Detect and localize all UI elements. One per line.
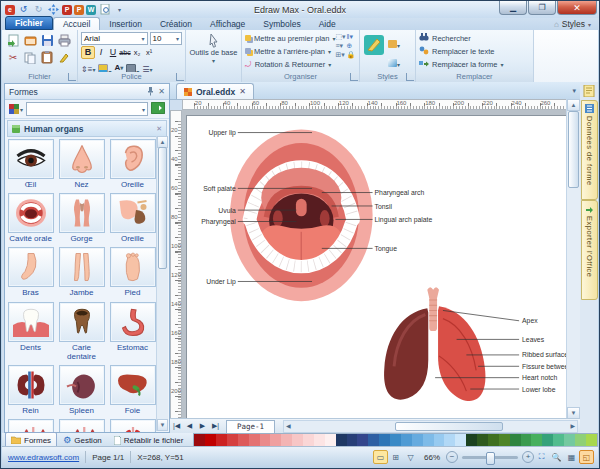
menu-tab-fichier[interactable]: Fichier	[5, 16, 53, 30]
palette-swatch[interactable]	[281, 434, 292, 446]
fill-style-icon[interactable]: ▾	[388, 53, 400, 71]
shapes-scrollbar[interactable]: ▲ ▼	[156, 136, 168, 431]
dialog-launcher-icon[interactable]	[350, 73, 358, 81]
save-icon[interactable]	[39, 33, 55, 48]
shape-item-organ-a[interactable]	[7, 419, 55, 432]
shape-item-ear[interactable]: Oreille	[109, 139, 157, 189]
palette-swatch[interactable]	[586, 434, 597, 446]
zoom-out-icon[interactable]: −	[446, 451, 458, 463]
palette-swatch[interactable]	[575, 434, 586, 446]
center-icon[interactable]: ⊕	[347, 42, 356, 50]
label-heart-notch[interactable]: Heart notch	[522, 374, 557, 381]
dialog-launcher-icon[interactable]	[68, 73, 76, 81]
palette-swatch[interactable]	[531, 434, 542, 446]
palette-swatch[interactable]	[401, 434, 412, 446]
palette-swatch[interactable]	[238, 434, 249, 446]
shape-item-stomach[interactable]: Estomac	[109, 302, 157, 361]
menu-tab-accueil[interactable]: Accueil	[53, 17, 100, 30]
zoom-slider-thumb[interactable]	[486, 452, 495, 465]
label-lower-lobe[interactable]: Lower lobe	[522, 385, 555, 392]
zoom-slider[interactable]	[462, 456, 518, 459]
edrawsoft-link[interactable]: www.edrawsoft.com	[8, 453, 79, 462]
replace-text-button[interactable]: Remplacer le texte	[419, 45, 530, 58]
palette-swatch[interactable]	[205, 434, 216, 446]
palette-swatch[interactable]	[336, 434, 347, 446]
label-upper-lip[interactable]: Upper lip	[209, 129, 236, 137]
zoom-region-icon[interactable]: 🔍	[549, 450, 564, 464]
page-tab[interactable]: Page-1	[226, 420, 275, 433]
palette-swatch[interactable]	[357, 434, 368, 446]
palette-swatch[interactable]	[564, 434, 575, 446]
shape-data-tab[interactable]: Données de forme	[581, 100, 598, 200]
dialog-launcher-icon[interactable]	[176, 73, 184, 81]
bold-button[interactable]: B	[81, 46, 95, 59]
palette-swatch[interactable]	[390, 434, 401, 446]
export-office-tab[interactable]: Exporter l'Office	[581, 200, 598, 300]
minimize-button[interactable]: ▁	[499, 1, 527, 15]
font-name-combo[interactable]: Arial▾	[81, 32, 148, 45]
grid-icon[interactable]: ⊞▾	[335, 51, 345, 59]
fullscreen-icon[interactable]: ◱	[579, 450, 594, 464]
shape-item-organ-c[interactable]	[109, 419, 157, 432]
bring-to-front-button[interactable]: Mettre au premier plan▾	[245, 32, 335, 45]
label-pharyngeal[interactable]: Pharyngeal	[201, 218, 236, 226]
shape-item-spleen[interactable]: Spleen	[58, 365, 106, 415]
page-view-icon[interactable]: ⊞	[388, 450, 403, 464]
shape-item-inner-ear[interactable]: Oreille	[109, 193, 157, 243]
canvas-vscrollbar[interactable]: ▲ ▼	[566, 99, 580, 419]
palette-swatch[interactable]	[434, 434, 445, 446]
dialog-launcher-icon[interactable]	[406, 73, 414, 81]
palette-swatch[interactable]	[412, 434, 423, 446]
underline-button[interactable]: U	[107, 47, 119, 58]
strikethrough-button[interactable]: abc	[119, 47, 131, 58]
maximize-button[interactable]: ❐	[528, 1, 556, 15]
palette-swatch[interactable]	[325, 434, 336, 446]
palette-swatch[interactable]	[303, 434, 314, 446]
scroll-up-icon[interactable]: ▲	[567, 99, 580, 111]
shape-item-tooth[interactable]: Dents	[7, 302, 55, 361]
label-under-lip[interactable]: Under Lip	[206, 278, 236, 286]
menu-tab-aide[interactable]: Aide	[310, 18, 345, 30]
canvas-viewport[interactable]: Upper lip Soft palate Uvula Pharyngeal U…	[182, 110, 567, 419]
palette-swatch[interactable]	[368, 434, 379, 446]
close-panel-icon[interactable]: ✕	[158, 87, 165, 96]
search-button[interactable]: Rechercher	[419, 32, 530, 45]
shape-item-leg[interactable]: Jambe	[58, 247, 106, 297]
palette-swatch[interactable]	[521, 434, 532, 446]
replace-shape-button[interactable]: Remplacer la forme▾	[419, 58, 530, 71]
open-file-icon[interactable]	[22, 33, 38, 48]
label-tonsil[interactable]: Tonsil	[375, 202, 393, 209]
palette-swatch[interactable]	[347, 434, 358, 446]
new-document-icon[interactable]	[5, 33, 21, 48]
line-style-icon[interactable]: ▾	[388, 34, 400, 52]
palette-swatch[interactable]	[379, 434, 390, 446]
palette-swatch[interactable]	[260, 434, 271, 446]
label-uvula[interactable]: Uvula	[218, 207, 236, 214]
next-page-icon[interactable]: ▶	[196, 422, 209, 430]
subscript-button[interactable]: x₂	[131, 47, 143, 58]
print-icon[interactable]	[56, 33, 72, 48]
group-shapes-icon[interactable]: ⬚▾	[335, 33, 345, 41]
label-apex[interactable]: Apex	[522, 317, 538, 325]
cut-icon[interactable]: ✂	[5, 50, 21, 65]
library-menu-button[interactable]: ▾	[9, 104, 23, 114]
italic-button[interactable]: I	[95, 47, 107, 58]
first-page-icon[interactable]: |◀	[170, 422, 183, 430]
palette-swatch[interactable]	[510, 434, 521, 446]
library-header[interactable]: Human organs ✕	[7, 120, 167, 137]
rotate-flip-button[interactable]: ⤾ Rotation & Retourner▾	[245, 58, 335, 71]
shape-item-mouth[interactable]: Cavité orale	[7, 193, 55, 243]
label-pharyngeal-arch[interactable]: Pharyngeal arch	[375, 189, 425, 197]
fit-page-icon[interactable]: ⛶	[534, 450, 549, 464]
close-library-icon[interactable]: ✕	[156, 125, 162, 133]
canvas-hscrollbar[interactable]: ◀ ▶	[283, 420, 578, 433]
send-to-back-button[interactable]: Mettre à l'arrière-plan▾	[245, 45, 335, 58]
palette-swatch[interactable]	[216, 434, 227, 446]
lock-icon[interactable]: 🔒	[347, 51, 356, 59]
shape-item-throat[interactable]: Gorge	[58, 193, 106, 243]
label-ribbed-surface[interactable]: Ribbed surface	[522, 351, 566, 358]
drawing-page[interactable]: Upper lip Soft palate Uvula Pharyngeal U…	[186, 115, 567, 419]
label-lingual-arch[interactable]: Lingual arch palate	[375, 216, 433, 224]
palette-swatch[interactable]	[270, 434, 281, 446]
normal-view-icon[interactable]: ▭	[373, 450, 388, 464]
